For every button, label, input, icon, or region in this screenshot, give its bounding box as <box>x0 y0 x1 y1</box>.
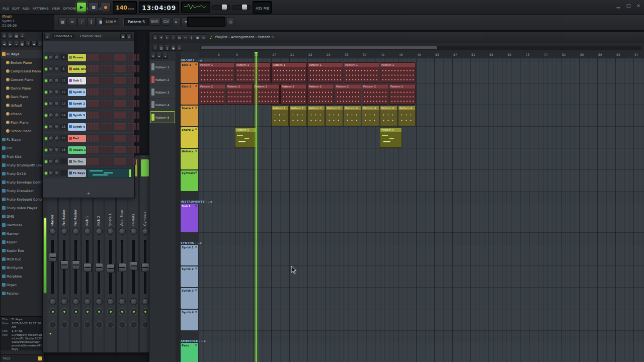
track-mute-dot[interactable] <box>195 107 197 109</box>
step-cell[interactable] <box>101 65 103 72</box>
volume-knob[interactable] <box>54 101 59 106</box>
pan-knob[interactable] <box>48 89 53 95</box>
channel-button[interactable]: Vocals 1 <box>68 146 86 154</box>
pattern-item[interactable]: Pattern 3 <box>150 86 175 98</box>
pattern-selector[interactable]: Pattern 5 <box>123 18 149 26</box>
maximize-icon[interactable]: □ <box>625 3 632 8</box>
track-mute-dot[interactable] <box>195 289 197 291</box>
step-cell[interactable] <box>134 112 136 119</box>
channel-enable-led[interactable] <box>45 126 47 128</box>
playlist-track-header[interactable]: Hi-Hats <box>181 149 198 169</box>
volume-knob[interactable] <box>54 170 59 175</box>
step-cell[interactable] <box>110 88 112 96</box>
step-cell[interactable] <box>120 88 123 96</box>
pointer-icon[interactable]: ▸ <box>165 34 170 40</box>
step-cell[interactable] <box>117 123 120 130</box>
step-cell[interactable] <box>128 146 130 153</box>
pattern-clip[interactable]: Pattern 1 <box>235 62 271 83</box>
pattern-clip[interactable]: Pattern 4 <box>362 106 379 126</box>
step-cell[interactable] <box>117 135 120 142</box>
step-cell[interactable] <box>107 100 109 107</box>
step-cell[interactable] <box>104 158 106 165</box>
pattern-clip[interactable]: Pattern 4 <box>398 106 416 126</box>
step-cell[interactable] <box>87 135 90 142</box>
pattern-clip[interactable]: Pattern 1 <box>307 62 343 83</box>
pattern-clip[interactable]: Pattern 2 <box>335 84 361 105</box>
fader-handle[interactable] <box>107 264 115 273</box>
strip-route-button[interactable] <box>84 321 91 328</box>
pattern-clip[interactable]: Pattern 5 <box>380 127 402 148</box>
browser-item[interactable]: Fruit Kick <box>1 152 44 161</box>
playhead[interactable] <box>256 52 257 362</box>
step-cell[interactable] <box>131 158 133 165</box>
add-channel-button[interactable]: + <box>43 191 134 196</box>
strip-knob2[interactable] <box>49 298 56 305</box>
step-cell[interactable] <box>120 54 123 61</box>
snap-selector[interactable]: Line ▾ <box>102 18 119 25</box>
step-cell[interactable] <box>107 88 109 96</box>
zoom-icon[interactable]: ◎ <box>177 45 182 51</box>
step-cell[interactable] <box>137 135 139 142</box>
step-cell[interactable] <box>87 54 90 61</box>
step-cell[interactable] <box>87 65 90 72</box>
step-cell[interactable] <box>90 77 93 84</box>
mute-icon[interactable]: ● <box>171 45 176 51</box>
step-cell[interactable] <box>96 146 99 153</box>
step-cell[interactable] <box>87 158 90 165</box>
browser-item[interactable]: Fruity DX10 <box>1 169 44 178</box>
master-pitch-slider[interactable] <box>232 5 251 10</box>
track-mute-dot[interactable] <box>195 205 197 207</box>
fader-handle[interactable] <box>72 260 80 269</box>
browser-item[interactable]: Fruity Granulizer <box>1 187 44 195</box>
playlist-track-header[interactable]: Synth 2 <box>181 266 198 287</box>
strip-knob2[interactable] <box>61 298 68 305</box>
scrollbar-handle[interactable] <box>201 46 437 49</box>
step-cell[interactable] <box>137 88 139 96</box>
step-cell[interactable] <box>128 158 130 165</box>
step-cell[interactable] <box>131 54 133 61</box>
volume-knob[interactable] <box>54 147 59 152</box>
step-cell[interactable] <box>114 88 117 96</box>
step-cell[interactable] <box>107 158 109 165</box>
pattern-clip[interactable]: Pattern 1 <box>380 62 416 83</box>
pan-knob[interactable] <box>48 170 53 175</box>
step-cell[interactable] <box>101 158 103 165</box>
playlist-track-header[interactable]: Synth 3 <box>181 288 198 309</box>
step-cell[interactable] <box>101 146 103 153</box>
browser-item[interactable]: MiniSynth <box>1 263 44 272</box>
step-cell[interactable] <box>137 65 139 72</box>
step-cell[interactable] <box>93 88 96 96</box>
browser-item[interactable]: Dance Piano <box>1 84 44 93</box>
playlist-track-header[interactable]: Sub 1 <box>181 204 198 232</box>
step-cell[interactable] <box>117 112 120 119</box>
strip-mute-button[interactable] <box>107 308 114 315</box>
channel-button[interactable]: Pad <box>68 135 86 142</box>
step-cell[interactable] <box>123 65 126 72</box>
step-cell[interactable] <box>87 77 90 84</box>
step-cell[interactable] <box>134 146 136 153</box>
track-mute-dot[interactable] <box>195 246 197 248</box>
volume-knob[interactable] <box>54 89 59 95</box>
step-cell[interactable] <box>104 135 106 142</box>
step-cell[interactable] <box>90 65 93 72</box>
step-cell[interactable] <box>107 54 109 61</box>
step-cell[interactable] <box>93 54 96 61</box>
channel-enable-led[interactable] <box>45 91 47 94</box>
volume-knob[interactable] <box>54 66 59 71</box>
pattern-clip[interactable]: Pattern 1 <box>344 62 379 83</box>
track-lane[interactable] <box>199 310 644 331</box>
step-cell[interactable] <box>117 77 120 84</box>
channel-enable-led[interactable] <box>45 149 47 151</box>
strip-knob[interactable] <box>84 228 91 235</box>
globe-icon[interactable]: ◎ <box>226 17 235 26</box>
pencil-icon[interactable]: ∕ <box>171 34 176 40</box>
track-group-header[interactable]: INSTRUMENTS♪ ▴ ● <box>181 199 199 204</box>
minimize-icon[interactable]: ▁ <box>615 3 622 8</box>
grid-icon[interactable]: ▦ <box>58 17 67 26</box>
step-cell[interactable] <box>96 112 99 119</box>
step-cell[interactable] <box>90 88 93 96</box>
strip-mute-button[interactable] <box>142 308 149 315</box>
step-cell[interactable] <box>110 158 112 165</box>
step-cell[interactable] <box>128 54 130 61</box>
step-cell[interactable] <box>104 54 106 61</box>
